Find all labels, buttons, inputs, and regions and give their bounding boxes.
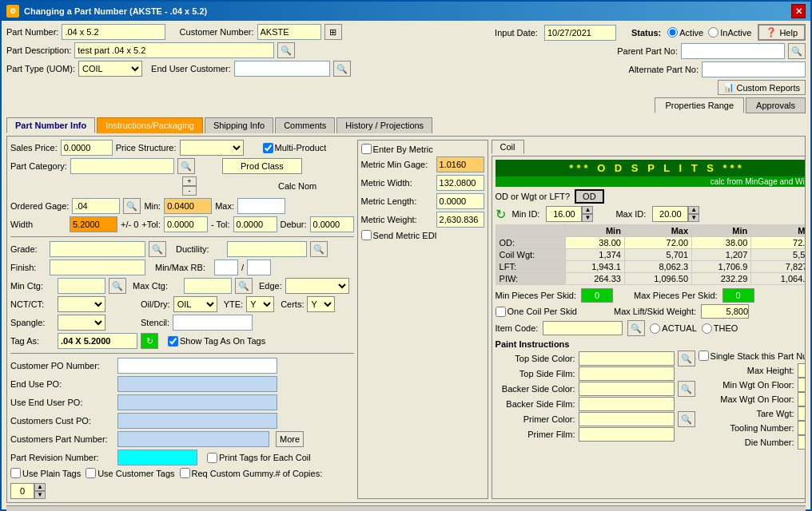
input-date-input[interactable] <box>544 25 616 41</box>
min-pieces-input[interactable] <box>581 288 613 303</box>
max-rb-input[interactable] <box>247 259 271 275</box>
od-max2[interactable]: 72.00 <box>751 237 806 249</box>
one-coil-checkbox[interactable]: One Coil Per Skid <box>496 307 577 317</box>
spangle-select[interactable] <box>58 315 105 331</box>
prod-class-button[interactable]: Prod Class <box>222 158 302 174</box>
plus-button[interactable]: + <box>182 176 197 186</box>
max-id-down-button[interactable]: ▼ <box>688 214 699 222</box>
backer-side-color-search[interactable]: 🔍 <box>678 381 695 397</box>
min-ctg-search-button[interactable]: 🔍 <box>109 278 126 294</box>
od-min2[interactable]: 38.00 <box>692 237 751 249</box>
parent-part-input[interactable] <box>681 43 785 59</box>
metric-length-input[interactable] <box>436 193 484 209</box>
use-plain-tags-checkbox[interactable]: Use Plain Tags <box>10 468 81 478</box>
sales-price-input[interactable] <box>61 140 113 156</box>
stencil-input[interactable] <box>173 315 253 331</box>
die-number-input[interactable] <box>798 435 806 450</box>
max-height-input[interactable] <box>798 363 806 378</box>
customers-part-input[interactable] <box>117 431 269 447</box>
min-id-down-button[interactable]: ▼ <box>582 214 593 222</box>
status-inactive-radio[interactable]: InActive <box>708 27 751 38</box>
alternate-part-input[interactable] <box>702 61 806 77</box>
customer-po-input[interactable] <box>117 358 277 374</box>
metric-width-input[interactable] <box>436 175 484 191</box>
approvals-tab[interactable]: Approvals <box>746 97 806 113</box>
help-button[interactable]: ❓ Help <box>758 24 806 41</box>
customer-number-input[interactable] <box>257 24 321 40</box>
width-input[interactable] <box>70 216 117 232</box>
debur-input[interactable] <box>310 216 354 232</box>
use-end-user-po-input[interactable] <box>117 394 277 410</box>
max-id-up-button[interactable]: ▲ <box>688 206 699 214</box>
multi-product-checkbox[interactable]: Multi-Product <box>263 143 327 153</box>
max-input[interactable] <box>237 198 285 214</box>
primer-color-search[interactable]: 🔍 <box>678 411 695 427</box>
actual-radio[interactable]: ACTUAL <box>650 323 696 334</box>
ordered-gage-input[interactable] <box>72 198 120 214</box>
enter-by-metric-checkbox[interactable]: Enter By Metric <box>361 144 484 154</box>
customers-cust-po-input[interactable] <box>117 413 277 429</box>
max-id-input[interactable] <box>652 206 688 222</box>
part-number-input[interactable] <box>62 24 165 40</box>
item-code-input[interactable] <box>543 321 623 335</box>
copies-input[interactable] <box>10 483 34 499</box>
part-category-input[interactable] <box>70 158 174 174</box>
metric-weight-input[interactable] <box>436 212 484 228</box>
copies-down-button[interactable]: ▼ <box>34 491 46 499</box>
copies-up-button[interactable]: ▲ <box>34 483 46 491</box>
tab-comments[interactable]: Comments <box>275 117 335 133</box>
min-id-up-button[interactable]: ▲ <box>582 206 593 214</box>
coil-tab[interactable]: Coil <box>492 140 524 154</box>
max-pieces-input[interactable] <box>722 288 754 303</box>
yte-select[interactable]: Y <box>246 296 274 312</box>
max-ctg-search-button[interactable]: 🔍 <box>235 278 253 294</box>
end-user-input[interactable] <box>234 61 330 77</box>
parent-part-search-button[interactable]: 🔍 <box>788 43 806 59</box>
status-active-radio[interactable]: Active <box>667 27 703 38</box>
metric-min-gage-input[interactable] <box>436 156 484 172</box>
min-id-input[interactable] <box>546 206 582 222</box>
od-button[interactable]: OD <box>575 189 604 204</box>
minus-button[interactable]: - <box>182 186 197 196</box>
copies-spinner[interactable]: ▲ ▼ <box>10 483 46 499</box>
min-ctg-input[interactable] <box>58 278 105 294</box>
show-tag-checkbox[interactable]: Show Tag As On Tags <box>168 336 265 347</box>
backer-side-color-input[interactable] <box>579 382 675 396</box>
end-use-po-input[interactable] <box>117 376 277 392</box>
use-customer-tags-checkbox[interactable]: Use Customer Tags <box>86 468 174 478</box>
ductility-search-button[interactable]: 🔍 <box>310 241 328 257</box>
oil-dry-select[interactable]: OIL <box>173 296 217 312</box>
max-wgt-floor-input[interactable] <box>798 392 806 406</box>
max-lift-input[interactable] <box>701 304 749 319</box>
refresh-icon[interactable]: ↻ <box>496 207 506 222</box>
print-tags-checkbox[interactable]: Print Tags for Each Coil <box>207 453 311 463</box>
backer-side-film-input[interactable] <box>579 397 675 411</box>
close-button[interactable]: ✕ <box>791 4 806 18</box>
part-revision-input[interactable] <box>117 450 197 465</box>
primer-film-input[interactable] <box>579 427 675 442</box>
theo-radio[interactable]: THEO <box>702 323 738 334</box>
part-category-search-button[interactable]: 🔍 <box>177 158 195 174</box>
min-wgt-floor-input[interactable] <box>798 378 806 392</box>
req-custom-gummy-label[interactable]: Req Custom Gummy.# of Copies: <box>180 468 323 478</box>
part-type-select[interactable]: COIL <box>78 61 142 77</box>
ordered-gage-search-button[interactable]: 🔍 <box>123 198 141 214</box>
tare-wgt-input[interactable] <box>798 406 806 421</box>
price-structure-select[interactable] <box>180 140 244 156</box>
tab-instructions-packaging[interactable]: Instructions/Packaging <box>97 117 203 133</box>
top-side-color-search[interactable]: 🔍 <box>678 351 695 366</box>
ductility-input[interactable] <box>227 241 307 257</box>
od-max1[interactable]: 72.00 <box>624 237 691 249</box>
send-metric-edi-checkbox[interactable]: Send Metric EDI <box>361 230 484 240</box>
customer-number-search-button[interactable]: ⊞ <box>324 24 342 40</box>
item-code-search-button[interactable]: 🔍 <box>627 320 645 336</box>
tab-part-number-info[interactable]: Part Number Info <box>6 117 95 133</box>
single-stack-checkbox[interactable]: Single Stack this Part Number <box>699 351 806 361</box>
minus-tol-input[interactable] <box>233 216 277 232</box>
tag-as-input[interactable] <box>58 333 137 349</box>
grade-search-button[interactable]: 🔍 <box>149 241 166 257</box>
od-min1[interactable]: 38.00 <box>565 237 624 249</box>
top-side-film-input[interactable] <box>579 366 675 381</box>
part-description-input[interactable] <box>74 42 274 58</box>
edge-select[interactable] <box>285 278 349 294</box>
